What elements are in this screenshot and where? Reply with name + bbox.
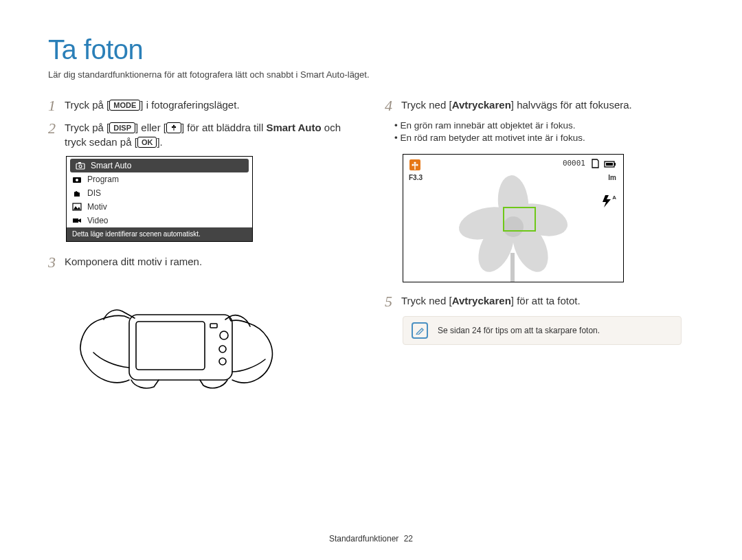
svg-point-27	[412, 164, 414, 166]
card-icon	[590, 159, 600, 171]
text: Tryck på [	[65, 122, 109, 133]
camera-illustration	[66, 277, 276, 411]
page-footer: Standardfunktioner 22	[0, 534, 742, 544]
text: ] halvvägs för att fokusera.	[511, 99, 632, 111]
disp-button-label: DISP	[109, 122, 135, 133]
bullet: En röd ram betyder att motivet inte är i…	[394, 133, 694, 143]
text: Tryck på [	[65, 99, 109, 111]
svg-point-26	[414, 161, 416, 164]
mode-menu: Smart Auto Program DIS Motiv Video	[66, 156, 253, 242]
text: Tryck ned [	[401, 295, 452, 306]
camera-auto-icon	[76, 161, 85, 170]
tip-text: Se sidan 24 för tips om att ta skarpare …	[438, 326, 600, 335]
tip-box: Se sidan 24 för tips om att ta skarpare …	[403, 316, 682, 345]
mode-item-label: Smart Auto	[91, 161, 131, 170]
svg-rect-17	[210, 324, 217, 328]
bullet: En grön ram innebär att objektet är i fo…	[394, 120, 694, 131]
svg-point-14	[220, 331, 228, 339]
step-text: Komponera ditt motiv i ramen.	[65, 254, 357, 270]
svg-point-3	[173, 126, 175, 128]
scene-icon	[72, 203, 82, 211]
intro-text: Lär dig standardfunktionerna för att fot…	[48, 69, 694, 80]
svg-rect-33	[606, 163, 613, 166]
text: ] för att bläddra till	[181, 122, 266, 133]
svg-rect-11	[73, 219, 78, 223]
svg-point-28	[416, 164, 418, 166]
mode-item-video: Video	[67, 214, 252, 227]
footer-section: Standardfunktioner	[329, 534, 398, 544]
text: ] i fotograferingsläget.	[140, 99, 239, 111]
video-icon	[72, 216, 82, 225]
step-number: 3	[48, 254, 65, 270]
shutter-label: Avtryckaren	[452, 295, 511, 306]
step-number: 5	[385, 293, 401, 309]
mode-item-dis: DIS	[67, 186, 252, 200]
right-column: 4 Tryck ned [Avtryckaren] halvvägs för a…	[385, 98, 694, 411]
aperture-readout: F3.3	[409, 174, 423, 181]
hand-icon	[72, 189, 82, 197]
battery-icon	[604, 159, 616, 171]
mode-item-motiv: Motiv	[67, 200, 252, 214]
text: ] eller [	[135, 122, 166, 133]
macro-button-label	[166, 122, 181, 133]
svg-point-1	[172, 126, 173, 128]
footer-page-number: 22	[404, 534, 413, 544]
svg-point-0	[173, 125, 175, 126]
page-title: Ta foton	[48, 34, 694, 65]
mode-item-program: Program	[67, 172, 252, 186]
left-column: 1 Tryck på [MODE] i fotograferingsläget.…	[48, 98, 357, 411]
flash-readout: A	[601, 194, 616, 208]
svg-rect-30	[414, 166, 415, 170]
focus-frame	[503, 207, 536, 232]
mode-item-label: DIS	[87, 188, 101, 198]
flower-icon	[170, 124, 177, 131]
svg-point-2	[175, 126, 176, 128]
camera-preview: F3.3 00001 Im A	[403, 154, 624, 282]
svg-rect-13	[136, 322, 205, 370]
mode-button-label: MODE	[109, 100, 140, 111]
focus-notes: En grön ram innebär att objektet är i fo…	[385, 120, 694, 143]
mode-description: Detta läge identifierar scenen automatis…	[67, 227, 252, 241]
step-5: 5 Tryck ned [Avtryckaren] för att ta fot…	[385, 293, 694, 309]
mode-item-label: Program	[87, 175, 119, 184]
svg-point-16	[219, 358, 226, 365]
mode-item-smart-auto: Smart Auto	[70, 159, 249, 172]
step-number: 4	[385, 98, 401, 113]
step-number: 2	[48, 120, 65, 149]
shot-counter: 00001	[563, 159, 585, 168]
step-2: 2 Tryck på [DISP] eller [ ] för att bläd…	[48, 120, 357, 149]
svg-point-15	[219, 346, 226, 352]
step-1: 1 Tryck på [MODE] i fotograferingsläget.	[48, 98, 357, 113]
text: ].	[157, 136, 162, 148]
mode-item-label: Motiv	[87, 202, 107, 212]
step-4: 4 Tryck ned [Avtryckaren] halvvägs för a…	[385, 98, 694, 113]
step-number: 1	[48, 98, 65, 113]
shutter-label: Avtryckaren	[452, 99, 511, 111]
macro-icon	[409, 159, 421, 174]
svg-point-9	[76, 179, 78, 181]
note-icon	[412, 322, 428, 339]
text: ] för att ta fotot.	[511, 295, 581, 306]
svg-point-6	[79, 165, 82, 168]
svg-point-29	[414, 164, 416, 166]
svg-rect-32	[614, 163, 616, 166]
svg-rect-5	[76, 164, 85, 169]
text: Tryck ned [	[401, 99, 452, 111]
svg-rect-7	[78, 162, 81, 164]
camera-p-icon	[72, 175, 82, 183]
svg-rect-24	[510, 253, 515, 282]
image-size-readout: Im	[608, 174, 616, 181]
mode-item-label: Video	[87, 216, 108, 225]
step-3: 3 Komponera ditt motiv i ramen.	[48, 254, 357, 270]
smart-auto-label: Smart Auto	[266, 122, 321, 133]
ok-button-label: OK	[137, 137, 157, 148]
